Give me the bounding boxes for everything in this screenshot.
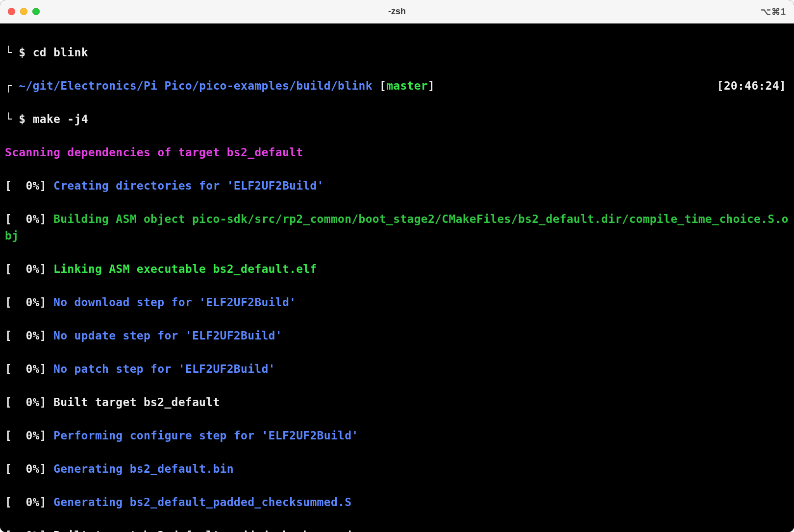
output-line: [ 0%] Creating directories for 'ELF2UF2B… (5, 177, 789, 194)
output-line: Scanning dependencies of target bs2_defa… (5, 144, 789, 161)
prompt-line-1: └ $ cd blink (5, 44, 789, 61)
prompt-dollar: $ (19, 113, 25, 125)
cmake-step: Creating directories for 'ELF2UF2Build' (53, 179, 324, 192)
window-title: -zsh (0, 6, 794, 17)
progress-prefix: [ 0%] (5, 462, 53, 475)
minimize-icon[interactable] (20, 8, 27, 15)
cmake-step: Generating bs2_default_padded_checksumme… (53, 496, 351, 508)
output-line: [ 0%] Linking ASM executable bs2_default… (5, 261, 789, 277)
prompt-corner-glyph: └ (5, 46, 12, 59)
prompt-line-2: ┌ ~/git/Electronics/Pi Pico/pico-example… (5, 77, 789, 94)
progress-prefix: [ 0%] (5, 263, 53, 275)
output-line: [ 0%] Generating bs2_default.bin (5, 460, 789, 477)
maximize-icon[interactable] (32, 8, 40, 15)
link-line: Linking ASM executable bs2_default.elf (53, 263, 317, 275)
output-line: [ 0%] Building ASM object pico-sdk/src/r… (5, 211, 789, 244)
progress-prefix: [ 0%] (5, 496, 53, 508)
progress-prefix: [ 0%] (5, 296, 53, 309)
output-line: [ 0%] Built target bs2_default_padded_ch… (5, 527, 789, 532)
prompt-dollar: $ (19, 46, 25, 59)
command-text: make -j4 (33, 113, 88, 125)
output-line: [ 0%] No download step for 'ELF2UF2Build… (5, 294, 789, 311)
progress-prefix: [ 0%] (5, 179, 53, 192)
titlebar: -zsh ⌥⌘1 (0, 0, 794, 24)
progress-prefix: [ 0%] (5, 329, 53, 342)
traffic-lights (8, 8, 40, 15)
command-text: cd blink (33, 46, 88, 59)
cmake-step: No patch step for 'ELF2UF2Build' (53, 363, 275, 375)
cmake-step: No download step for 'ELF2UF2Build' (53, 296, 296, 309)
build-asm-line: Building ASM object pico-sdk/src/rp2_com… (5, 213, 789, 242)
terminal-output[interactable]: └ $ cd blink ┌ ~/git/Electronics/Pi Pico… (0, 24, 794, 532)
output-line: [ 0%] Performing configure step for 'ELF… (5, 427, 789, 444)
prompt-top-glyph: ┌ (5, 79, 12, 92)
cmake-step: Performing configure step for 'ELF2UF2Bu… (53, 429, 358, 442)
output-line: [ 0%] No update step for 'ELF2UF2Build' (5, 327, 789, 344)
close-icon[interactable] (8, 8, 15, 15)
scan-deps-line: Scanning dependencies of target bs2_defa… (5, 146, 303, 159)
window-shortcut-label: ⌥⌘1 (761, 6, 786, 17)
output-line: [ 0%] Generating bs2_default_padded_chec… (5, 494, 789, 510)
prompt-line-3: └ $ make -j4 (5, 111, 789, 127)
cmake-step: Generating bs2_default.bin (53, 462, 234, 475)
progress-prefix: [ 0%] (5, 429, 53, 442)
branch-bracket-close: ] (428, 79, 435, 92)
output-line: [ 0%] No patch step for 'ELF2UF2Build' (5, 361, 789, 377)
prompt-time: [20:46:24] (717, 77, 789, 94)
branch-bracket-open: [ (372, 79, 386, 92)
progress-prefix: [ 0%] (5, 363, 53, 375)
cmake-step: No update step for 'ELF2UF2Build' (53, 329, 282, 342)
prompt-corner-glyph: └ (5, 113, 12, 125)
git-branch: master (386, 79, 428, 92)
cwd-path: ~/git/Electronics/Pi Pico/pico-examples/… (19, 79, 372, 92)
terminal-window: -zsh ⌥⌘1 └ $ cd blink ┌ ~/git/Electronic… (0, 0, 794, 532)
output-line: [ 0%] Built target bs2_default (5, 394, 789, 411)
progress-prefix: [ 0%] (5, 213, 53, 225)
